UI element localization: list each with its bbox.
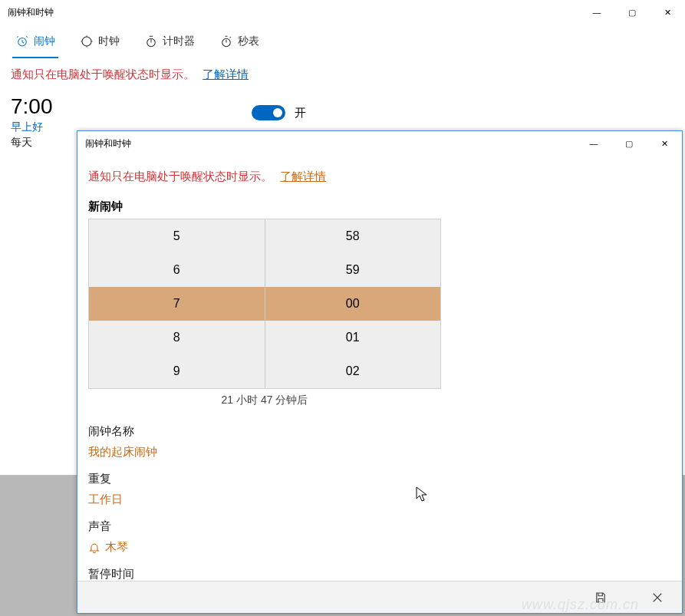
sound-field[interactable]: 木琴 [88,540,671,555]
window-title-edit: 闹钟和时钟 [85,137,131,150]
tab-clock[interactable]: 时钟 [71,25,129,58]
alarm-toggle[interactable] [252,105,285,120]
minute-option[interactable]: 02 [265,354,440,388]
minute-option[interactable]: 58 [265,219,440,253]
hour-option[interactable]: 5 [89,219,265,253]
time-picker[interactable]: 558 659 700 801 902 [88,219,441,389]
tab-alarm[interactable]: 闹钟 [6,25,64,58]
timer-icon [144,35,158,48]
notice-text: 通知只在电脑处于唤醒状态时显示。 [11,68,195,81]
clock-icon [80,35,94,48]
snooze-label: 暂停时间 [88,567,671,581]
edit-alarm-window: 闹钟和时钟 — ▢ ✕ 通知只在电脑处于唤醒状态时显示。 了解详情 新闹钟 55… [77,130,683,614]
alarm-toggle-group: 开 [252,105,306,120]
hour-option[interactable]: 9 [89,354,265,388]
alarm-repeat: 每天 [11,136,53,150]
svg-point-1 [82,37,91,46]
hour-option[interactable]: 6 [89,253,265,287]
watermark: www.qjsz.com.cn [522,597,639,613]
minimize-button[interactable]: — [579,0,614,25]
bell-icon [88,542,100,554]
notice-bar-edit: 通知只在电脑处于唤醒状态时显示。 了解详情 [77,156,682,192]
tab-timer[interactable]: 计时器 [135,25,204,58]
tab-clock-label: 时钟 [98,35,120,48]
alarm-time: 7:00 [11,94,53,119]
repeat-label: 重复 [88,472,671,486]
window-title: 闹钟和时钟 [8,6,54,19]
titlebar-edit: 闹钟和时钟 — ▢ ✕ [77,131,682,156]
sound-value: 木琴 [105,540,128,555]
close-button[interactable]: ✕ [650,0,685,25]
alarm-greeting: 早上好 [11,120,53,134]
tab-timer-label: 计时器 [163,35,195,48]
cancel-button[interactable] [648,588,667,607]
minimize-button-edit[interactable]: — [576,131,611,156]
time-remaining: 21 小时 47 分钟后 [88,389,441,412]
name-label: 闹钟名称 [88,424,671,439]
notice-text-edit: 通知只在电脑处于唤醒状态时显示。 [88,170,272,183]
maximize-button-edit[interactable]: ▢ [611,131,647,156]
cancel-icon [650,591,664,604]
close-button-edit[interactable]: ✕ [647,131,682,156]
notice-link[interactable]: 了解详情 [203,68,249,81]
alarm-icon [15,35,29,48]
new-alarm-header: 新闹钟 [88,199,671,214]
notice-bar-main: 通知只在电脑处于唤醒状态时显示。 了解详情 [0,58,685,91]
hour-option[interactable]: 8 [89,321,265,354]
tab-stopwatch-label: 秒表 [238,35,259,48]
maximize-button[interactable]: ▢ [614,0,650,25]
minute-selected[interactable]: 00 [265,287,440,321]
name-field[interactable]: 我的起床闹钟 [88,445,671,460]
minute-option[interactable]: 59 [265,253,440,287]
sound-label: 声音 [88,519,671,534]
tab-bar: 闹钟 时钟 计时器 秒表 [0,25,685,58]
hour-selected[interactable]: 7 [89,287,265,321]
tab-alarm-label: 闹钟 [34,35,55,48]
titlebar-main: 闹钟和时钟 — ▢ ✕ [0,0,685,25]
alarm-info: 7:00 早上好 每天 [11,94,53,150]
notice-link-edit[interactable]: 了解详情 [280,170,326,183]
minute-option[interactable]: 01 [265,321,440,354]
stopwatch-icon [219,35,233,48]
alarm-toggle-label: 开 [295,106,306,120]
repeat-field[interactable]: 工作日 [88,492,671,507]
tab-stopwatch[interactable]: 秒表 [210,25,268,58]
